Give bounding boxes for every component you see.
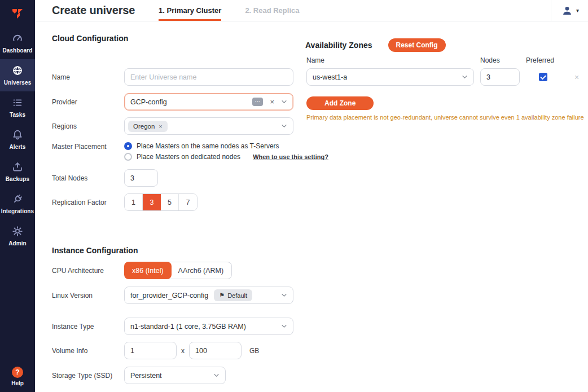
zone-row: us-west1-a × bbox=[306, 68, 579, 86]
total-nodes-input[interactable] bbox=[124, 169, 158, 187]
universe-name-input[interactable] bbox=[124, 68, 293, 86]
when-to-use-link[interactable]: When to use this setting? bbox=[253, 153, 328, 160]
total-nodes-label: Total Nodes bbox=[52, 174, 124, 182]
dashboard-gauge-icon bbox=[11, 32, 24, 45]
sidebar-item-help[interactable]: ? Help bbox=[0, 367, 35, 392]
availability-zones-header: Availability Zones Reset Config bbox=[305, 38, 446, 52]
sidebar-item-universes[interactable]: Universes bbox=[0, 59, 35, 91]
rf-option-1[interactable]: 1 bbox=[125, 194, 143, 210]
cpu-x86-option[interactable]: x86 (Intel) bbox=[124, 262, 172, 279]
integrations-plug-icon bbox=[11, 193, 24, 205]
master-placement-label: Master Placement bbox=[52, 142, 124, 151]
preferred-checkbox[interactable] bbox=[539, 73, 547, 81]
sidebar-item-backups[interactable]: Backups bbox=[0, 156, 35, 188]
help-question-icon: ? bbox=[12, 367, 23, 378]
region-chip-close-icon[interactable]: × bbox=[159, 123, 162, 130]
volume-multiply-label: x bbox=[181, 347, 185, 355]
replication-factor-row: Replication Factor 1 3 5 7 bbox=[52, 193, 198, 211]
instance-type-row: Instance Type n1-standard-1 (1 core, 3.7… bbox=[52, 318, 293, 335]
remove-zone-icon[interactable]: × bbox=[574, 73, 579, 82]
geo-redundancy-warning: Primary data placement is not geo-redund… bbox=[306, 114, 584, 121]
chevron-down-icon bbox=[281, 323, 287, 329]
sidebar-item-admin[interactable]: Admin bbox=[0, 220, 35, 252]
replication-factor-group: 1 3 5 7 bbox=[124, 193, 198, 211]
rf-option-5[interactable]: 5 bbox=[161, 194, 179, 210]
master-same-nodes-label: Place Masters on the same nodes as T-Ser… bbox=[137, 142, 279, 150]
storage-type-select[interactable]: Persistent bbox=[124, 367, 226, 384]
master-same-nodes-option[interactable]: Place Masters on the same nodes as T-Ser… bbox=[124, 142, 328, 150]
volume-count-input[interactable] bbox=[124, 342, 177, 359]
admin-gear-icon bbox=[11, 225, 24, 237]
zone-name-value: us-west1-a bbox=[313, 73, 347, 81]
master-dedicated-nodes-option[interactable]: Place Masters on dedicated nodes When to… bbox=[124, 153, 328, 161]
tab-primary-cluster[interactable]: 1. Primary Cluster bbox=[159, 0, 221, 21]
default-badge-label: Default bbox=[227, 292, 247, 299]
zone-nodes-column-header: Nodes bbox=[480, 56, 500, 64]
cloud-configuration-title: Cloud Configuration bbox=[52, 34, 128, 43]
linux-version-select[interactable]: for_provider_GCP-config ⚑ Default bbox=[124, 287, 293, 304]
total-nodes-row: Total Nodes bbox=[52, 169, 158, 187]
tasks-list-icon bbox=[11, 96, 24, 109]
tab-read-replica[interactable]: 2. Read Replica bbox=[245, 0, 299, 21]
sidebar-item-label: Backups bbox=[6, 176, 29, 182]
regions-row: Regions Oregon × bbox=[52, 117, 293, 135]
chevron-down-icon bbox=[281, 292, 287, 298]
chevron-down-icon bbox=[213, 372, 220, 378]
name-row: Name bbox=[52, 68, 293, 86]
provider-value: GCP-config bbox=[130, 98, 167, 106]
rf-option-3-selected[interactable]: 3 bbox=[143, 194, 161, 210]
sidebar-item-integrations[interactable]: Integrations bbox=[0, 188, 35, 220]
zone-name-select[interactable]: us-west1-a bbox=[306, 68, 474, 86]
create-universe-page: Dashboard Universes Tasks Alerts bbox=[0, 0, 588, 392]
wizard-tabs: 1. Primary Cluster 2. Read Replica bbox=[159, 0, 299, 21]
storage-type-value: Persistent bbox=[130, 372, 162, 380]
instance-type-label: Instance Type bbox=[52, 323, 124, 331]
instance-configuration-title: Instance Configuration bbox=[52, 246, 138, 255]
page-title: Create universe bbox=[52, 4, 135, 17]
volume-unit-label: GB bbox=[249, 347, 259, 355]
cpu-architecture-label: CPU Architecture bbox=[52, 267, 124, 275]
clear-provider-icon[interactable]: × bbox=[269, 98, 275, 106]
regions-label: Regions bbox=[52, 122, 124, 130]
cpu-architecture-row: CPU Architecture x86 (Intel) AArch6 (ARM… bbox=[52, 262, 232, 279]
storage-type-row: Storage Type (SSD) Persistent bbox=[52, 367, 226, 384]
yugabyte-logo[interactable] bbox=[0, 0, 35, 27]
provider-select[interactable]: GCP-config ⋯ × bbox=[124, 93, 293, 111]
sidebar-item-tasks[interactable]: Tasks bbox=[0, 91, 35, 124]
add-zone-button[interactable]: Add Zone bbox=[306, 96, 374, 110]
instance-type-select[interactable]: n1-standard-1 (1 core, 3.75GB RAM) bbox=[124, 318, 293, 335]
name-label: Name bbox=[52, 73, 124, 81]
sidebar-item-label: Universes bbox=[4, 80, 32, 86]
radio-selected-icon bbox=[124, 142, 132, 150]
master-dedicated-nodes-label: Place Masters on dedicated nodes bbox=[137, 153, 240, 161]
user-icon bbox=[561, 5, 573, 16]
volume-info-row: Volume Info x GB bbox=[52, 342, 259, 359]
availability-zones-title: Availability Zones bbox=[305, 41, 372, 50]
master-placement-row: Master Placement Place Masters on the sa… bbox=[52, 142, 328, 161]
sidebar-item-label: Alerts bbox=[10, 144, 26, 150]
sidebar-item-label: Tasks bbox=[10, 112, 25, 118]
user-menu[interactable]: ▾ bbox=[551, 0, 588, 21]
reset-config-button[interactable]: Reset Config bbox=[388, 38, 446, 52]
sidebar-item-alerts[interactable]: Alerts bbox=[0, 124, 35, 156]
linux-version-label: Linux Version bbox=[52, 292, 124, 299]
yugabyte-logo-icon bbox=[10, 6, 25, 21]
sidebar-item-label: Integrations bbox=[1, 208, 34, 214]
sidebar-item-dashboard[interactable]: Dashboard bbox=[0, 27, 35, 59]
provider-label: Provider bbox=[52, 98, 124, 106]
sidebar-item-label: Dashboard bbox=[2, 47, 32, 54]
linux-version-value: for_provider_GCP-config bbox=[130, 292, 208, 299]
cpu-arm-option[interactable]: AArch6 (ARM) bbox=[168, 262, 232, 279]
zone-preferred-column-header: Preferred bbox=[526, 56, 554, 64]
user-caret-icon: ▾ bbox=[576, 7, 579, 14]
rf-option-7[interactable]: 7 bbox=[179, 194, 197, 210]
region-chip: Oregon × bbox=[128, 121, 168, 132]
zone-nodes-input[interactable] bbox=[480, 68, 520, 86]
volume-size-input[interactable] bbox=[189, 342, 242, 359]
universes-globe-icon bbox=[11, 64, 24, 77]
linux-version-row: Linux Version for_provider_GCP-config ⚑ … bbox=[52, 287, 293, 304]
flag-icon: ⚑ bbox=[219, 292, 225, 299]
page-header: Create universe 1. Primary Cluster 2. Re… bbox=[35, 0, 588, 21]
replication-factor-label: Replication Factor bbox=[52, 199, 124, 206]
regions-select[interactable]: Oregon × bbox=[124, 117, 293, 135]
